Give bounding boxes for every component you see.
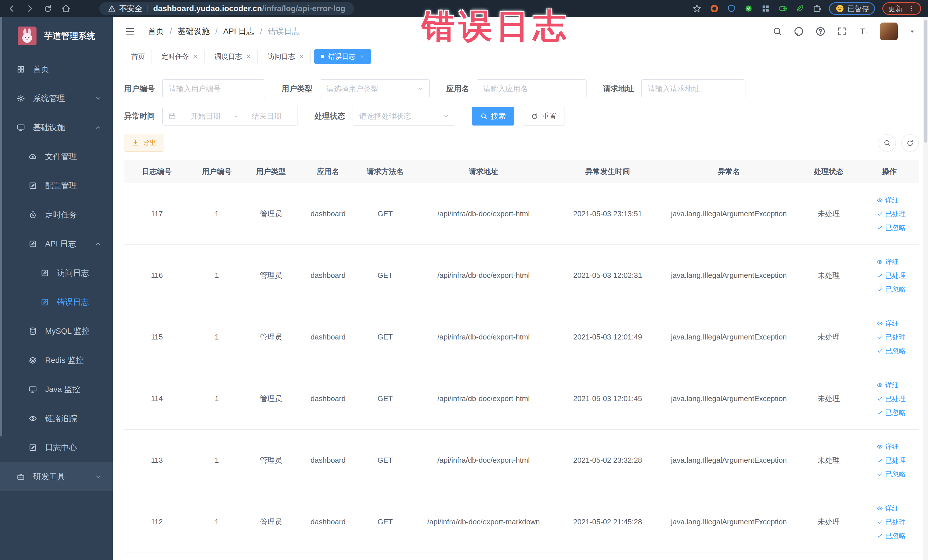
toggle-search-button[interactable] xyxy=(879,134,896,151)
detail-link[interactable]: 详细 xyxy=(877,196,899,205)
app-name-input[interactable] xyxy=(477,79,586,98)
bookmark-star-icon[interactable] xyxy=(692,4,702,14)
action-label: 已处理 xyxy=(885,394,906,403)
close-tab-icon[interactable] xyxy=(193,54,198,59)
sidebar-item-API-日志[interactable]: API 日志 xyxy=(0,229,113,258)
cell-log_id: 117 xyxy=(124,209,190,218)
help-icon[interactable] xyxy=(815,26,826,37)
log-center-icon xyxy=(29,443,37,452)
sidebar-item-定时任务[interactable]: 定时任务 xyxy=(0,200,113,229)
sidebar-item-链路追踪[interactable]: 链路追踪 xyxy=(0,404,113,433)
tab-首页[interactable]: 首页 xyxy=(125,49,151,64)
mark-processed-link[interactable]: 已处理 xyxy=(877,517,906,526)
mark-ignored-link[interactable]: 已忽略 xyxy=(877,531,906,540)
mark-processed-link[interactable]: 已处理 xyxy=(877,271,906,280)
tab-错误日志[interactable]: 错误日志 xyxy=(314,49,371,64)
close-tab-icon[interactable] xyxy=(299,54,304,59)
tab-调度日志[interactable]: 调度日志 xyxy=(208,49,258,64)
sidebar-item-Redis-监控[interactable]: Redis 监控 xyxy=(0,346,113,375)
browser-reload-icon[interactable] xyxy=(43,4,52,13)
mark-processed-link[interactable]: 已处理 xyxy=(877,394,906,403)
user-type-select[interactable]: 请选择用户类型 xyxy=(320,79,430,98)
orange-extension-icon[interactable] xyxy=(709,3,719,14)
sidebar-item-配置管理[interactable]: 配置管理 xyxy=(0,171,113,200)
font-size-icon[interactable]: TT xyxy=(858,26,869,37)
mark-processed-link[interactable]: 已处理 xyxy=(877,333,906,342)
user-caret-down-icon[interactable] xyxy=(908,27,916,35)
detail-link[interactable]: 详细 xyxy=(877,381,899,390)
reset-button[interactable]: 重置 xyxy=(523,107,565,125)
browser-forward-icon[interactable] xyxy=(25,4,35,14)
fullscreen-icon[interactable] xyxy=(837,26,847,37)
mark-ignored-link[interactable]: 已忽略 xyxy=(877,285,906,294)
grid-extension-icon[interactable] xyxy=(760,3,771,14)
warning-icon xyxy=(108,5,116,12)
update-button[interactable]: 更新 xyxy=(882,2,921,15)
breadcrumb-item[interactable]: 首页 xyxy=(148,26,164,37)
leaf-extension-icon[interactable] xyxy=(795,3,805,14)
close-tab-icon[interactable] xyxy=(246,54,251,59)
detail-link[interactable]: 详细 xyxy=(877,504,899,513)
process-status-select[interactable]: 请选择处理状态 xyxy=(353,107,455,125)
sidebar-item-系统管理[interactable]: 系统管理 xyxy=(0,84,113,113)
java-icon xyxy=(29,385,37,394)
calendar-icon xyxy=(168,112,176,120)
sidebar-item-日志中心[interactable]: 日志中心 xyxy=(0,433,113,462)
sidebar-item-访问日志[interactable]: 访问日志 xyxy=(0,258,113,288)
detail-link[interactable]: 详细 xyxy=(877,442,899,451)
cell-user_type: 管理员 xyxy=(244,455,298,465)
address-bar[interactable]: 不安全 dashboard.yudao.iocoder.cn/infra/log… xyxy=(99,2,354,15)
tab-访问日志[interactable]: 访问日志 xyxy=(261,49,311,64)
sidebar-item-文件管理[interactable]: 文件管理 xyxy=(0,142,113,171)
paused-badge[interactable]: 已暂停 xyxy=(829,2,875,15)
sidebar-item-错误日志[interactable]: 错误日志 xyxy=(0,288,113,317)
browser-home-icon[interactable] xyxy=(61,4,71,14)
sidebar-item-基础设施[interactable]: 基础设施 xyxy=(0,113,113,142)
request-url-input[interactable] xyxy=(641,79,745,98)
sidebar-item-MySQL-监控[interactable]: MySQL 监控 xyxy=(0,317,113,346)
extensions-puzzle-icon[interactable] xyxy=(812,4,821,13)
cell-time: 2021-05-03 12:01:49 xyxy=(555,333,661,342)
browser-back-icon[interactable] xyxy=(7,4,17,14)
mark-ignored-link[interactable]: 已忽略 xyxy=(877,470,906,479)
search-icon[interactable] xyxy=(772,26,783,37)
close-tab-icon[interactable] xyxy=(359,54,365,59)
github-icon[interactable] xyxy=(793,26,804,37)
shield-extension-icon[interactable] xyxy=(726,3,737,14)
chevron-up-icon xyxy=(95,124,102,131)
green-v-extension-icon[interactable] xyxy=(743,3,754,14)
detail-link[interactable]: 详细 xyxy=(877,319,899,328)
browser-menu-kebab-icon[interactable] xyxy=(907,5,915,12)
end-date-placeholder: 结束日期 xyxy=(241,111,292,121)
collapse-sidebar-icon[interactable] xyxy=(125,26,136,37)
cell-log_id: 114 xyxy=(124,394,190,403)
tab-label: 调度日志 xyxy=(215,52,242,61)
refresh-table-button[interactable] xyxy=(902,134,919,151)
page-scrollbar[interactable] xyxy=(923,17,928,560)
search-button[interactable]: 搜索 xyxy=(472,107,514,125)
mark-ignored-link[interactable]: 已忽略 xyxy=(877,346,906,356)
cell-exception: java.lang.IllegalArgumentException xyxy=(661,333,797,342)
request-url-label: 请求地址 xyxy=(603,84,634,94)
sidebar-item-Java-监控[interactable]: Java 监控 xyxy=(0,375,113,404)
check-icon xyxy=(877,457,883,464)
sidebar-item-label: MySQL 监控 xyxy=(45,326,90,337)
toggle-on-extension-icon[interactable] xyxy=(778,3,788,14)
cell-app_name: dashboard xyxy=(298,517,358,526)
mark-ignored-link[interactable]: 已忽略 xyxy=(877,408,906,417)
breadcrumb-item[interactable]: 基础设施 xyxy=(178,26,210,37)
breadcrumb-item[interactable]: API 日志 xyxy=(223,26,255,37)
mark-processed-link[interactable]: 已处理 xyxy=(877,209,906,218)
user-avatar[interactable] xyxy=(880,23,898,40)
mark-processed-link[interactable]: 已处理 xyxy=(877,456,906,465)
exception-time-range-picker[interactable]: 开始日期 - 结束日期 xyxy=(162,107,298,125)
detail-link[interactable]: 详细 xyxy=(877,257,899,267)
app-title: 芋道管理系统 xyxy=(44,30,95,42)
tab-定时任务[interactable]: 定时任务 xyxy=(155,49,205,64)
user-id-input[interactable] xyxy=(162,79,265,98)
mark-ignored-link[interactable]: 已忽略 xyxy=(877,223,906,232)
export-button[interactable]: 导出 xyxy=(124,134,164,152)
sidebar-item-首页[interactable]: 首页 xyxy=(0,55,113,84)
cell-log_id: 112 xyxy=(124,517,190,526)
sidebar-item-研发工具[interactable]: 研发工具 xyxy=(0,462,113,491)
